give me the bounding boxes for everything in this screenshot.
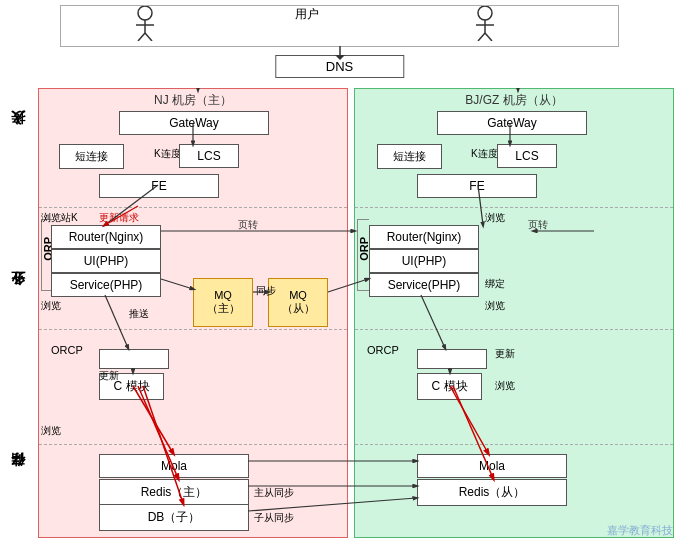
bj-router-box: Router(Nginx) xyxy=(369,225,479,249)
mq-main-box: MQ（主） xyxy=(193,278,253,327)
mq-slave-box: MQ（从） xyxy=(268,278,328,327)
main-area: NJ 机房（主） GateWay 短连接 K连度 LCS FE ORP Rout… xyxy=(38,88,674,542)
nj-tongbu2: 子从同步 xyxy=(254,511,294,525)
bj-divider2 xyxy=(355,329,673,330)
nj-tongbu1: 主从同步 xyxy=(254,486,294,500)
svg-marker-11 xyxy=(335,55,345,60)
nj-orcp-box xyxy=(99,349,169,369)
nj-divider3 xyxy=(39,444,347,445)
nj-router-box: Router(Nginx) xyxy=(51,225,161,249)
nj-fe-box: FE xyxy=(99,174,219,198)
nj-mola-box: Mola xyxy=(99,454,249,478)
diagram-container: 用户 DNS 接入 业务 存储 NJ 机房（主） GateWay 短连接 K连度… xyxy=(0,0,679,542)
nj-title: NJ 机房（主） xyxy=(39,89,347,112)
nj-gengxin2: 更新 xyxy=(99,369,119,383)
top-border xyxy=(60,5,619,47)
left-labels: 接入 业务 存储 xyxy=(2,88,38,542)
bj-mola-box: Mola xyxy=(417,454,567,478)
nj-gengxin: 更新请求 xyxy=(99,211,139,225)
nj-gateway-box: GateWay xyxy=(119,111,269,135)
bjgz-title: BJ/GZ 机房（从） xyxy=(355,89,673,112)
bj-liulan1: 浏览 xyxy=(485,211,505,225)
bjgz-region: BJ/GZ 机房（从） GateWay 短连接 K连度 LCS FE ORP R… xyxy=(354,88,674,538)
bj-service-box: Service(PHP) xyxy=(369,273,479,297)
bj-gateway-box: GateWay xyxy=(437,111,587,135)
mq-tongbu-label: 同步 xyxy=(256,284,276,298)
nj-k-label: K连度 xyxy=(154,147,181,161)
top-to-dns-arrow xyxy=(330,46,350,60)
bj-orcp-label: ORCP xyxy=(367,344,399,356)
bj-k-label: K连度 xyxy=(471,147,498,161)
bj-liulan3: 浏览 xyxy=(495,379,515,393)
bj-redis-box: Redis（从） xyxy=(417,479,567,506)
nj-liulan3: 浏览 xyxy=(41,424,61,438)
nj-liulan-k: 浏览站K xyxy=(41,211,78,225)
bj-liulan2: 浏览 xyxy=(485,299,505,313)
nj-redis-box: Redis（主） xyxy=(99,479,249,506)
bj-divider3 xyxy=(355,444,673,445)
bj-divider1 xyxy=(355,207,673,208)
nj-db-box: DB（子） xyxy=(99,504,249,531)
bj-orcp-box xyxy=(417,349,487,369)
nj-divider2 xyxy=(39,329,347,330)
nj-orcp-label: ORCP xyxy=(51,344,83,356)
bj-ui-box: UI(PHP) xyxy=(369,249,479,273)
nj-liulan2: 浏览 xyxy=(41,299,61,313)
bj-gengxin: 更新 xyxy=(495,347,515,361)
nj-tuidong: 推送 xyxy=(129,307,149,321)
bj-bianding: 绑定 xyxy=(485,277,505,291)
nj-duanjie-box: 短连接 xyxy=(59,144,124,169)
nj-service-box: Service(PHP) xyxy=(51,273,161,297)
bj-cmodule-box: C 模块 xyxy=(417,373,482,400)
bj-fe-box: FE xyxy=(417,174,537,198)
nj-lcs-box: LCS xyxy=(179,144,239,168)
bj-lcs-box: LCS xyxy=(497,144,557,168)
watermark: 嘉学教育科技 xyxy=(607,523,673,538)
top-section: 用户 DNS xyxy=(0,0,679,90)
nj-divider1 xyxy=(39,207,347,208)
nj-ui-box: UI(PHP) xyxy=(51,249,161,273)
bj-duanjie-box: 短连接 xyxy=(377,144,442,169)
